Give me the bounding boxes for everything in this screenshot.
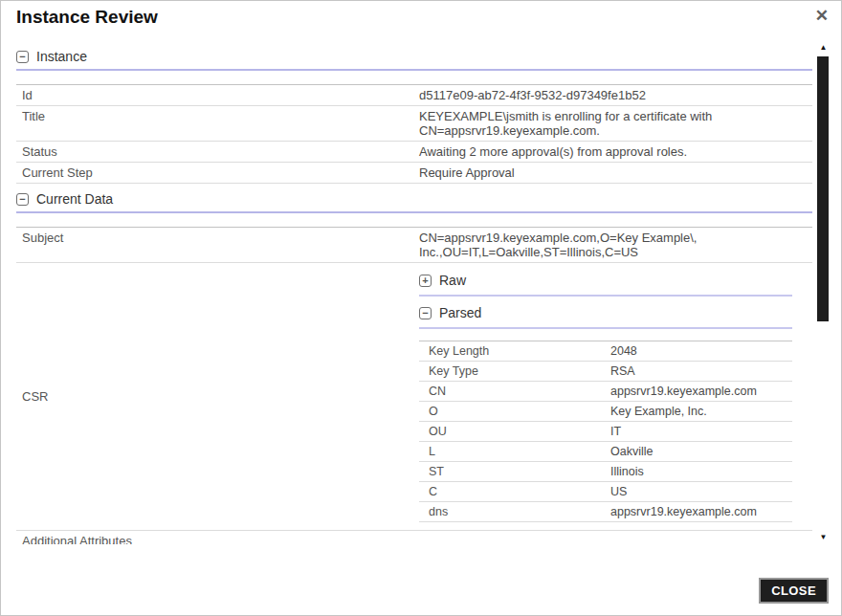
field-label: Id [16, 88, 419, 102]
collapse-icon[interactable]: − [16, 51, 29, 63]
field-label: OU [429, 425, 610, 438]
field-value: appsrvr19.keyexample.com [610, 385, 792, 398]
table-row-dns: dns appsrvr19.keyexample.com [419, 502, 792, 522]
field-label: O [429, 405, 610, 418]
section-header-current-data[interactable]: − Current Data [16, 191, 812, 207]
section-header-instance[interactable]: − Instance [16, 49, 812, 64]
subsection-divider [419, 295, 792, 297]
scroll-down-icon[interactable]: ▼ [816, 533, 831, 542]
field-value: IT [610, 425, 792, 438]
subsection-header-parsed[interactable]: − Parsed [419, 306, 792, 320]
field-label: Key Length [429, 344, 610, 358]
section-divider [16, 69, 812, 71]
scroll-up-icon[interactable]: ▲ [816, 43, 831, 53]
dialog-content: − Instance Id d5117e09-ab72-4f3f-9532-d9… [16, 49, 812, 544]
table-row-id: Id d5117e09-ab72-4f3f-9532-d97349fe1b52 [16, 85, 812, 106]
field-value: Require Approval [419, 165, 812, 180]
table-row-csr: CSR + Raw − Parsed [16, 263, 812, 531]
field-value: KEYEXAMPLE\jsmith is enrolling for a cer… [419, 109, 812, 138]
field-label: Title [16, 109, 419, 138]
field-label: Key Type [429, 364, 610, 378]
field-value: appsrvr19.keyexample.com [610, 505, 792, 518]
instance-review-dialog: Instance Review ✕ − Instance Id d5117e09… [0, 0, 842, 616]
instance-table: Id d5117e09-ab72-4f3f-9532-d97349fe1b52 … [16, 84, 812, 184]
section-label: Current Data [36, 191, 113, 207]
table-row-o: O Key Example, Inc. [419, 402, 792, 422]
field-value: 2048 [610, 344, 792, 358]
table-row-l: L Oakville [419, 442, 792, 462]
field-label: CN [429, 385, 610, 398]
field-value: CN=appsrvr19.keyexample.com,O=Key Exampl… [419, 231, 812, 259]
table-row-ou: OU IT [419, 422, 792, 442]
field-value: RSA [610, 364, 792, 378]
table-row-st: ST Illinois [419, 462, 792, 482]
parsed-csr-table: Key Length 2048 Key Type RSA CN appsrvr1… [419, 341, 792, 522]
subsection-label: Raw [439, 274, 466, 288]
field-label: Status [16, 144, 419, 159]
collapse-icon[interactable]: − [419, 307, 432, 319]
scrollbar-thumb[interactable] [817, 56, 829, 321]
clipped-next-field-label: Additional Attributes [16, 534, 812, 544]
field-label: L [429, 445, 610, 458]
subsection-header-raw[interactable]: + Raw [419, 274, 792, 288]
section-label: Instance [36, 49, 87, 64]
current-data-table: Subject CN=appsrvr19.keyexample.com,O=Ke… [16, 227, 812, 531]
table-row-title: Title KEYEXAMPLE\jsmith is enrolling for… [16, 106, 812, 142]
section-divider [16, 211, 812, 213]
table-row-subject: Subject CN=appsrvr19.keyexample.com,O=Ke… [16, 228, 812, 263]
field-value: d5117e09-ab72-4f3f-9532-d97349fe1b52 [419, 88, 812, 102]
table-row-current-step: Current Step Require Approval [16, 163, 812, 184]
field-value: Awaiting 2 more approval(s) from approva… [419, 144, 812, 159]
field-label: Current Step [16, 165, 419, 180]
field-label: Subject [16, 231, 419, 259]
expand-icon[interactable]: + [419, 275, 432, 287]
close-button[interactable]: CLOSE [759, 578, 829, 604]
field-value: Illinois [610, 465, 792, 478]
csr-value-cell: + Raw − Parsed Key Length [419, 266, 812, 527]
page-title: Instance Review [16, 7, 158, 28]
field-label: ST [429, 465, 610, 478]
close-icon[interactable]: ✕ [815, 7, 829, 26]
scrollbar[interactable]: ▲ ▼ [816, 43, 831, 542]
field-label: C [429, 485, 610, 498]
table-row-status: Status Awaiting 2 more approval(s) from … [16, 142, 812, 163]
csr-subsections: + Raw − Parsed Key Length [419, 274, 792, 522]
field-value: Oakville [610, 445, 792, 458]
subsection-label: Parsed [439, 306, 481, 320]
field-label: dns [429, 505, 610, 518]
field-value: US [610, 485, 792, 498]
table-row-key-type: Key Type RSA [419, 362, 792, 382]
field-value: Key Example, Inc. [610, 405, 792, 418]
table-row-key-length: Key Length 2048 [419, 341, 792, 362]
table-row-c: C US [419, 482, 792, 502]
subsection-divider [419, 327, 792, 329]
field-label: CSR [16, 389, 419, 404]
table-row-cn: CN appsrvr19.keyexample.com [419, 382, 792, 402]
dialog-scroll-area: − Instance Id d5117e09-ab72-4f3f-9532-d9… [1, 41, 815, 544]
collapse-icon[interactable]: − [16, 193, 29, 206]
